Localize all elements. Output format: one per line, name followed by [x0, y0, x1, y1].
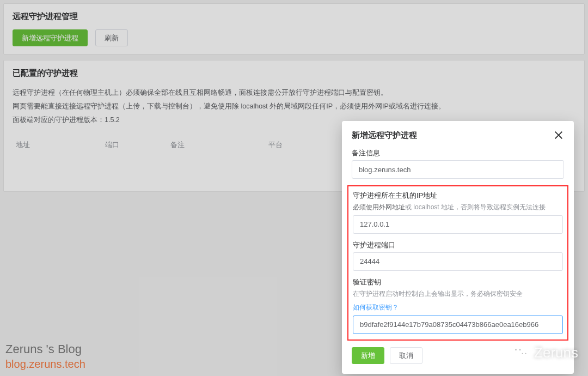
watermark-blog-url: blog.zeruns.tech	[5, 357, 85, 371]
group-key: 验证密钥 在守护进程启动时控制台上会输出显示，务必确保密钥安全 如何获取密钥？	[353, 277, 563, 334]
modal-add-label: 新增	[361, 351, 375, 360]
label-ip: 守护进程所在主机的IP地址	[353, 191, 563, 201]
modal-title: 新增远程守护进程	[352, 130, 417, 141]
panel-toolbar: 新增远程守护进程 刷新	[13, 29, 575, 46]
col-port: 端口	[105, 140, 170, 150]
sublabel-ip-strong: 必须使用外网地址	[353, 203, 405, 211]
add-daemon-label: 新增远程守护进程	[22, 34, 78, 42]
watermark-brand-text: Zeruns	[534, 344, 578, 361]
watermark-blog-label: Zeruns 's Blog	[5, 342, 82, 357]
close-icon[interactable]	[553, 130, 564, 141]
svg-point-4	[522, 353, 523, 354]
key-input[interactable]	[353, 316, 563, 334]
refresh-button[interactable]: 刷新	[95, 29, 128, 46]
modal-header: 新增远程守护进程	[352, 130, 564, 141]
ip-input[interactable]	[353, 215, 563, 234]
remark-input[interactable]	[352, 160, 564, 179]
add-daemon-modal: 新增远程守护进程 备注信息 守护进程所在主机的IP地址 必须使用外网地址或 lo…	[342, 121, 574, 374]
svg-point-1	[519, 350, 529, 359]
svg-point-3	[519, 349, 521, 350]
info-line-1: 远程守护进程（在任何物理主机上）必须确保全部在线且互相网络畅通，面板连接需公开放…	[13, 86, 575, 100]
highlight-required-fields: 守护进程所在主机的IP地址 必须使用外网地址或 localhost 地址，否则将…	[347, 185, 568, 341]
svg-point-2	[515, 349, 517, 350]
sublabel-ip-rest: 或 localhost 地址，否则将导致远程实例无法连接	[405, 203, 546, 211]
modal-cancel-label: 取消	[399, 351, 413, 360]
label-remark: 备注信息	[352, 148, 564, 158]
label-key: 验证密钥	[353, 277, 563, 287]
modal-cancel-button[interactable]: 取消	[390, 347, 422, 364]
sublabel-key: 在守护进程启动时控制台上会输出显示，务必确保密钥安全	[353, 289, 563, 299]
svg-point-5	[525, 353, 526, 354]
col-address: 地址	[13, 140, 105, 150]
col-platform: 平台	[268, 140, 334, 150]
sublabel-ip: 必须使用外网地址或 localhost 地址，否则将导致远程实例无法连接	[353, 203, 563, 212]
group-port: 守护进程端口	[353, 240, 563, 271]
group-remark: 备注信息	[352, 148, 564, 179]
col-remark: 备注	[170, 140, 268, 150]
port-input[interactable]	[353, 252, 563, 271]
wechat-icon	[511, 343, 530, 362]
label-port: 守护进程端口	[353, 240, 563, 250]
modal-add-button[interactable]: 新增	[352, 347, 384, 364]
watermark-brand: Zeruns	[511, 343, 578, 362]
panel-title: 远程守护进程管理	[13, 11, 575, 22]
panel-title: 已配置的守护进程	[13, 68, 575, 78]
refresh-label: 刷新	[105, 34, 119, 42]
add-daemon-button[interactable]: 新增远程守护进程	[13, 29, 88, 46]
panel-daemon-manager: 远程守护进程管理 新增远程守护进程 刷新	[3, 3, 585, 54]
info-line-2: 网页需要能直接连接远程守护进程（上传，下载与控制台），避免使用除 localho…	[13, 100, 575, 113]
group-ip: 守护进程所在主机的IP地址 必须使用外网地址或 localhost 地址，否则将…	[353, 191, 563, 234]
how-to-get-key-link[interactable]: 如何获取密钥？	[353, 303, 399, 312]
